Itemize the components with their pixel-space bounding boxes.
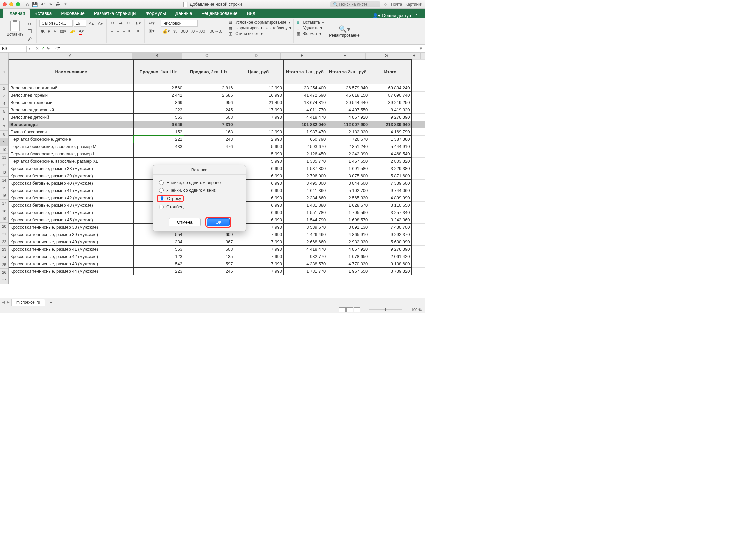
row-header[interactable]: 8 xyxy=(0,131,8,138)
cell[interactable]: 223 xyxy=(133,268,184,275)
add-sheet-button[interactable]: + xyxy=(47,299,55,306)
font-color-button[interactable]: A▾ xyxy=(77,28,85,34)
cell[interactable]: 433 xyxy=(133,143,184,150)
row-header[interactable]: 20 xyxy=(0,223,8,230)
sheet-nav-prev-icon[interactable]: ◀ xyxy=(2,300,5,304)
cell[interactable]: Кроссовки беговые, размер 44 (мужские) xyxy=(9,209,134,216)
cell[interactable]: 5 600 990 xyxy=(369,238,411,246)
cell[interactable]: 20 544 440 xyxy=(327,99,369,106)
cell[interactable]: 21 490 xyxy=(234,99,283,106)
cell[interactable]: 223 xyxy=(133,106,184,114)
cell[interactable]: 5 871 600 xyxy=(369,172,411,180)
cell[interactable]: Кроссовки теннисные, размер 41 (мужские) xyxy=(9,246,134,253)
align-middle-icon[interactable]: ⬌ xyxy=(118,20,124,26)
cell[interactable]: 4 338 570 xyxy=(283,260,327,268)
expand-formula-bar-icon[interactable]: ▼ xyxy=(417,46,425,51)
cell[interactable]: 168 xyxy=(184,128,234,136)
cell[interactable]: 476 xyxy=(184,143,234,150)
dialog-ok-button[interactable]: ОК xyxy=(207,218,230,226)
accept-formula-icon[interactable]: ✓ xyxy=(41,46,45,51)
cell[interactable]: Кроссовки теннисные, размер 44 (мужские) xyxy=(9,268,134,275)
cell[interactable]: 3 891 130 xyxy=(327,224,369,231)
cell[interactable] xyxy=(184,150,234,158)
row-header[interactable]: 4 xyxy=(0,100,8,108)
cell[interactable]: 12 990 xyxy=(234,128,283,136)
cell[interactable]: Кроссовки теннисные, размер 39 (мужские) xyxy=(9,231,134,238)
row-header[interactable]: 13 xyxy=(0,169,8,177)
cell[interactable]: 4 857 920 xyxy=(327,246,369,253)
save-icon[interactable]: 💾 xyxy=(32,2,38,7)
cell[interactable]: 2 803 320 xyxy=(369,158,411,165)
cell[interactable]: 87 090 740 xyxy=(369,92,411,99)
cell[interactable]: 982 770 xyxy=(283,253,327,260)
col-header-B[interactable]: B xyxy=(132,53,182,59)
cell[interactable]: 4 426 460 xyxy=(283,231,327,238)
cell[interactable]: Кроссовки теннисные, размер 38 (мужские) xyxy=(9,224,134,231)
cell[interactable]: Перчатки боксерские, детские xyxy=(9,136,134,143)
row-header[interactable]: 18 xyxy=(0,207,8,215)
cell[interactable]: 553 xyxy=(133,114,184,121)
cell[interactable]: 101 832 040 xyxy=(283,121,327,128)
cell[interactable]: 1 551 780 xyxy=(283,209,327,216)
cell[interactable]: 1 481 880 xyxy=(283,202,327,209)
fx-icon[interactable]: fx xyxy=(47,46,50,51)
search-input[interactable] xyxy=(339,2,378,7)
cell[interactable]: 1 957 550 xyxy=(327,268,369,275)
tab-draw[interactable]: Рисование xyxy=(56,9,89,18)
copy-icon[interactable]: ❐ xyxy=(28,29,32,34)
cell[interactable]: 3 257 340 xyxy=(369,209,411,216)
paste-button[interactable]: Вставить xyxy=(5,20,26,42)
cell[interactable]: 3 229 380 xyxy=(369,165,411,172)
cell[interactable]: 3 844 500 xyxy=(327,180,369,187)
sheet-tab[interactable]: microexcel.ru xyxy=(11,299,45,306)
tab-view[interactable]: Вид xyxy=(242,9,260,18)
cell[interactable]: 2 182 320 xyxy=(327,128,369,136)
align-bottom-icon[interactable]: ⬵ xyxy=(125,20,132,26)
cell[interactable]: 6 646 xyxy=(133,121,184,128)
cell[interactable]: 245 xyxy=(184,106,234,114)
cell[interactable]: 41 472 590 xyxy=(283,92,327,99)
page-layout-view-icon[interactable] xyxy=(346,307,353,312)
cell[interactable]: 4 865 910 xyxy=(327,231,369,238)
cell[interactable]: Велосипед спортивный xyxy=(9,84,134,92)
cell[interactable]: 7 310 xyxy=(184,121,234,128)
radio-entire-row[interactable]: Строку xyxy=(159,194,240,203)
cell[interactable]: 9 108 600 xyxy=(369,260,411,268)
currency-icon[interactable]: 💰▾ xyxy=(161,28,171,34)
cell[interactable]: 609 xyxy=(184,231,234,238)
cell[interactable]: 1 698 570 xyxy=(327,216,369,224)
cell[interactable]: 553 xyxy=(133,246,184,253)
cell[interactable]: Велосипед трековый xyxy=(9,99,134,106)
cell[interactable]: 1 537 800 xyxy=(283,165,327,172)
row-header[interactable]: 27 xyxy=(0,276,8,284)
cell[interactable]: 4 169 790 xyxy=(369,128,411,136)
cell[interactable]: Кроссовки беговые, размер 38 (мужские) xyxy=(9,165,134,172)
cell[interactable]: 956 xyxy=(184,99,234,106)
maximize-window[interactable] xyxy=(16,2,20,6)
cell[interactable]: 112 007 900 xyxy=(327,121,369,128)
redo-icon[interactable]: ↷ xyxy=(48,2,52,7)
cell[interactable]: 2 342 090 xyxy=(327,150,369,158)
cell[interactable]: 869 xyxy=(133,99,184,106)
mail-link[interactable]: Почта xyxy=(391,2,402,7)
cell[interactable]: Перчатки боксерские, взрослые, размер M xyxy=(9,143,134,150)
cell[interactable]: Перчатки боксерские, взрослые, размер L xyxy=(9,150,134,158)
row-header[interactable]: 15 xyxy=(0,184,8,192)
col-header-F[interactable]: F xyxy=(324,53,366,59)
normal-view-icon[interactable] xyxy=(339,307,346,312)
cell-styles-button[interactable]: ◫Стили ячеек ▾ xyxy=(229,31,291,36)
font-selector[interactable]: Calibri (Осн... xyxy=(39,20,73,27)
conditional-formatting-button[interactable]: ▦Условное форматирование ▾ xyxy=(229,20,291,25)
font-size-selector[interactable]: 16 xyxy=(74,20,86,27)
tab-data[interactable]: Данные xyxy=(171,9,197,18)
row-header[interactable]: 7 xyxy=(0,123,8,131)
select-all-corner[interactable] xyxy=(0,53,9,59)
tab-insert[interactable]: Вставка xyxy=(30,9,56,18)
row-header[interactable]: 2 xyxy=(0,85,8,92)
cell[interactable]: 597 xyxy=(184,260,234,268)
cell[interactable]: Кроссовки беговые, размер 42 (мужские) xyxy=(9,194,134,202)
cell[interactable]: 1 781 770 xyxy=(283,268,327,275)
cancel-formula-icon[interactable]: ✕ xyxy=(35,46,39,51)
cell[interactable]: 1 078 650 xyxy=(327,253,369,260)
radio-shift-right[interactable]: Ячейки, со сдвигом вправо xyxy=(159,179,240,186)
